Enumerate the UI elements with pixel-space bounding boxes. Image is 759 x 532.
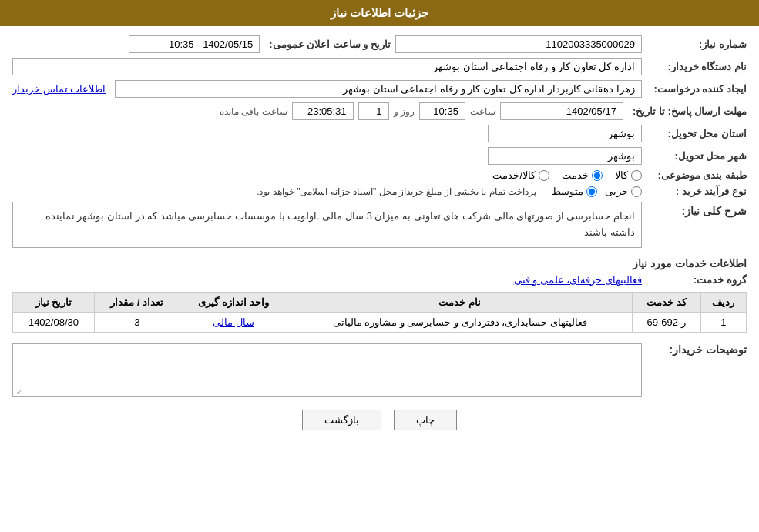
deadline-time: 10:35: [419, 102, 465, 120]
deadline-day-label: روز و: [394, 106, 415, 117]
deadline-day: 1: [358, 102, 389, 120]
buyer-row: نام دستگاه خریدار: اداره کل تعاون کار و …: [12, 58, 747, 75]
cat-goods-label: کالا: [615, 169, 628, 181]
group-row: گروه خدمت: فعالیتهای حرفه‌ای، علمی و فنی: [12, 274, 747, 286]
col-unit: واحد اندازه گیری: [180, 292, 287, 312]
group-label: گروه خدمت:: [646, 274, 747, 286]
buttons-row: چاپ بازگشت: [12, 410, 747, 430]
purchase-type-label: نوع فرآیند خرید :: [646, 186, 747, 197]
type-partial-radio[interactable]: [631, 186, 642, 197]
cat-goods-option[interactable]: کالا: [615, 169, 642, 181]
buyer-value: اداره کل تعاون کار و رفاه اجتماعی استان …: [12, 58, 642, 75]
col-code: کد خدمت: [633, 292, 701, 312]
page-wrapper: جزئیات اطلاعات نیاز شماره نیاز: 11020033…: [0, 0, 759, 532]
table-row: 1ر-692-69فعالیتهای حسابداری، دفترداری و …: [13, 312, 747, 332]
col-row: ردیف: [700, 292, 746, 312]
announce-label: تاریخ و ساعت اعلان عمومی:: [264, 38, 391, 50]
deadline-remain-label: ساعت باقی مانده: [220, 106, 287, 117]
announce-value: 1402/05/15 - 10:35: [129, 35, 260, 53]
category-row: طبقه بندی موضوعی: کالا خدمت کالا/خدمت: [12, 169, 747, 181]
table-header-row: ردیف کد خدمت نام خدمت واحد اندازه گیری ت…: [13, 292, 747, 312]
type-note: پرداخت تمام یا بخشی از مبلغ خریداز محل "…: [257, 186, 536, 197]
resize-handle: ↙: [15, 387, 22, 395]
comments-row: توضیحات خریدار: ↙: [12, 340, 747, 397]
category-label: طبقه بندی موضوعی:: [646, 169, 747, 181]
content-area: شماره نیاز: 1102003335000029 تاریخ و ساع…: [0, 26, 759, 452]
page-title: جزئیات اطلاعات نیاز: [331, 6, 428, 19]
cat-service-label: خدمت: [562, 169, 589, 181]
cat-goods-service-option[interactable]: کالا/خدمت: [492, 169, 549, 181]
creator-row: ایجاد کننده درخواست: زهرا دهقانی کاربردا…: [12, 80, 747, 98]
province-row: استان محل تحویل: بوشهر: [12, 125, 747, 142]
comments-label: توضیحات خریدار:: [646, 343, 747, 356]
city-value: بوشهر: [488, 147, 642, 165]
province-label: استان محل تحویل:: [646, 128, 747, 139]
deadline-time-label: ساعت: [470, 106, 495, 117]
need-number-value: 1102003335000029: [395, 35, 642, 53]
creator-link[interactable]: اطلاعات تماس خریدار: [12, 83, 106, 95]
type-partial-label: جزیی: [605, 186, 628, 197]
print-button[interactable]: چاپ: [394, 410, 457, 430]
back-button[interactable]: بازگشت: [302, 410, 381, 430]
need-number-row: شماره نیاز: 1102003335000029 تاریخ و ساع…: [12, 35, 747, 53]
deadline-label: مهلت ارسال پاسخ: تا تاریخ:: [628, 105, 747, 117]
deadline-date: 1402/05/17: [500, 102, 623, 120]
province-value: بوشهر: [488, 125, 642, 142]
purchase-type-row: نوع فرآیند خرید : جزیی متوسط پرداخت تمام…: [12, 186, 747, 197]
page-header: جزئیات اطلاعات نیاز: [0, 0, 759, 26]
description-label: شرح کلی نیاز:: [646, 205, 747, 217]
buyer-label: نام دستگاه خریدار:: [646, 61, 747, 72]
creator-value: زهرا دهقانی کاربردار اداره کل تعاون کار …: [115, 80, 642, 98]
col-date: تاریخ نیاز: [13, 292, 95, 312]
cat-goods-radio[interactable]: [631, 170, 642, 181]
col-qty: تعداد / مقدار: [94, 292, 180, 312]
city-label: شهر محل تحویل:: [646, 150, 747, 162]
type-partial-option[interactable]: جزیی: [605, 186, 642, 197]
category-options: کالا خدمت کالا/خدمت: [492, 169, 642, 181]
description-row: شرح کلی نیاز: انجام حسابرسی از صورتهای م…: [12, 202, 747, 248]
cat-service-option[interactable]: خدمت: [562, 169, 603, 181]
type-medium-option[interactable]: متوسط: [552, 186, 597, 197]
services-table: ردیف کد خدمت نام خدمت واحد اندازه گیری ت…: [12, 292, 747, 333]
cat-service-radio[interactable]: [592, 170, 603, 181]
type-medium-label: متوسط: [552, 186, 583, 197]
cat-goods-service-radio[interactable]: [539, 170, 549, 181]
comments-box[interactable]: ↙: [12, 343, 642, 397]
group-value[interactable]: فعالیتهای حرفه‌ای، علمی و فنی: [514, 274, 642, 286]
need-number-label: شماره نیاز:: [646, 38, 747, 50]
city-row: شهر محل تحویل: بوشهر: [12, 147, 747, 165]
creator-label: ایجاد کننده درخواست:: [646, 83, 747, 95]
deadline-remain: 23:05:31: [292, 102, 354, 120]
services-section-title: اطلاعات خدمات مورد نیاز: [12, 257, 747, 269]
type-medium-radio[interactable]: [586, 186, 597, 197]
cat-goods-service-label: کالا/خدمت: [492, 169, 536, 181]
type-options: جزیی متوسط پرداخت تمام یا بخشی از مبلغ خ…: [257, 186, 642, 197]
col-service: نام خدمت: [287, 292, 633, 312]
description-value: انجام حسابرسی از صورتهای مالی شرکت های ت…: [12, 202, 642, 248]
deadline-row: مهلت ارسال پاسخ: تا تاریخ: 1402/05/17 سا…: [12, 102, 747, 120]
